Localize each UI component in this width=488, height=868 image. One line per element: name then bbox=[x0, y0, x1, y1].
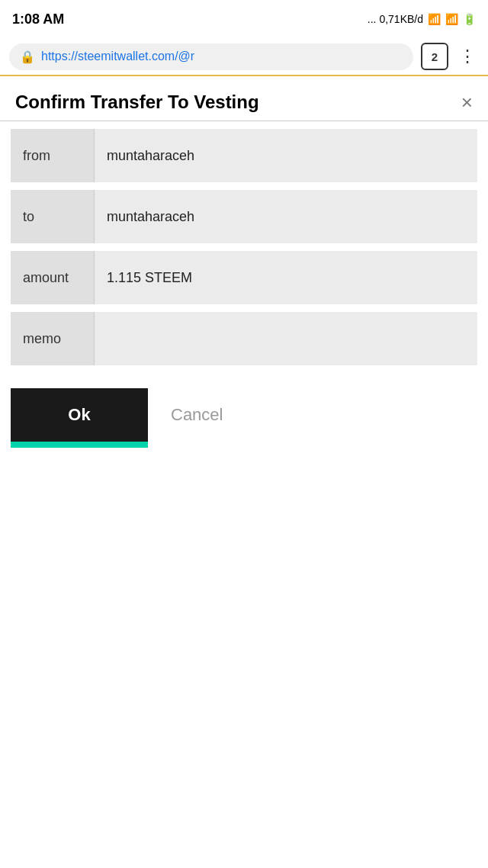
to-row: to muntaharaceh bbox=[11, 190, 477, 243]
memo-row: memo bbox=[11, 312, 477, 365]
amount-label: amount bbox=[11, 251, 95, 304]
status-bar: 1:08 AM ... 0,71KB/d 📶 📶 🔋 bbox=[0, 0, 488, 38]
tab-count-label: 2 bbox=[432, 50, 438, 63]
cancel-button[interactable]: Cancel bbox=[148, 388, 246, 442]
battery-icon: 🔋 bbox=[463, 13, 476, 25]
status-icons: ... 0,71KB/d 📶 📶 🔋 bbox=[368, 13, 476, 25]
network-info: ... 0,71KB/d bbox=[368, 13, 423, 25]
url-text: https://steemitwallet.com/@r bbox=[41, 50, 403, 63]
amount-value: 1.115 STEEM bbox=[95, 251, 477, 304]
lock-icon: 🔒 bbox=[20, 50, 35, 64]
dialog-title: Confirm Transfer To Vesting bbox=[15, 92, 259, 113]
ok-button[interactable]: Ok bbox=[11, 388, 148, 442]
close-button[interactable]: × bbox=[461, 92, 473, 112]
amount-row: amount 1.115 STEEM bbox=[11, 251, 477, 304]
tab-count-button[interactable]: 2 bbox=[421, 43, 448, 70]
wifi-icon: 📶 bbox=[445, 13, 458, 25]
divider bbox=[0, 121, 488, 121]
address-bar[interactable]: 🔒 https://steemitwallet.com/@r bbox=[9, 43, 413, 70]
to-label: to bbox=[11, 190, 95, 243]
signal-icon: 📶 bbox=[428, 13, 441, 25]
status-time: 1:08 AM bbox=[12, 11, 64, 27]
from-label: from bbox=[11, 129, 95, 182]
buttons-row: Ok Cancel bbox=[0, 373, 488, 457]
to-value: muntaharaceh bbox=[95, 190, 477, 243]
address-bar-row: 🔒 https://steemitwallet.com/@r 2 ⋮ bbox=[0, 38, 488, 76]
from-value: muntaharaceh bbox=[95, 129, 477, 182]
menu-button[interactable]: ⋮ bbox=[456, 47, 479, 66]
memo-value[interactable] bbox=[95, 312, 477, 365]
from-row: from muntaharaceh bbox=[11, 129, 477, 182]
memo-label: memo bbox=[11, 312, 95, 365]
dialog-header: Confirm Transfer To Vesting × bbox=[0, 76, 488, 121]
page-content: Confirm Transfer To Vesting × from munta… bbox=[0, 76, 488, 457]
